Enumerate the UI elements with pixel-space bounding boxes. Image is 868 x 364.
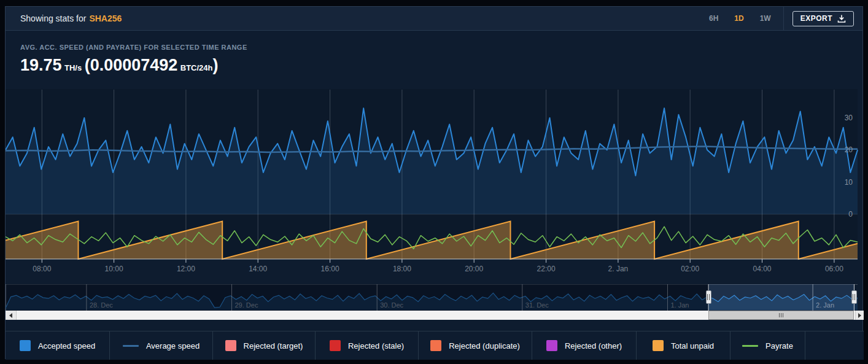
- payrate-value: 0.00007492: [90, 56, 178, 74]
- panel-header: Showing stats forSHA256 6H1D1W EXPORT: [6, 7, 862, 31]
- x-axis-label: 20:00: [465, 265, 483, 273]
- chart-legend: Accepted speedAverage speedRejected (tar…: [6, 331, 864, 360]
- speed-value: 19.75: [20, 56, 62, 74]
- legend-label: Rejected (duplicate): [449, 341, 520, 350]
- y-axis-label: 30: [845, 114, 853, 122]
- range-button-6h[interactable]: 6H: [709, 14, 718, 23]
- title-prefix: Showing stats for: [20, 14, 86, 23]
- x-axis-label: 2. Jan: [608, 265, 629, 273]
- scrollbar-right-arrow[interactable]: [855, 311, 864, 320]
- export-button[interactable]: EXPORT: [792, 11, 854, 26]
- y-axis-label: 0: [848, 210, 853, 219]
- y-axis-label: 20: [845, 145, 853, 154]
- navigator-mask-left: [6, 284, 708, 311]
- x-axis-label: 10:00: [105, 265, 123, 273]
- legend-square-swatch: [430, 340, 441, 351]
- legend-square-swatch: [20, 340, 31, 351]
- legend-square-swatch: [653, 340, 664, 351]
- main-chart-svg: 08:0010:0012:0014:0016:0018:0020:0022:00…: [6, 89, 864, 279]
- x-axis-label: 04:00: [753, 265, 771, 273]
- range-button-1w[interactable]: 1W: [760, 14, 771, 23]
- legend-square-swatch: [225, 340, 236, 351]
- legend-square-swatch: [330, 340, 341, 351]
- speed-unit: TH/s: [64, 63, 82, 72]
- navigator-svg: 28. Dec29. Dec30. Dec31. Dec1. Jan2. Jan: [6, 284, 864, 311]
- legend-label: Rejected (target): [244, 341, 303, 350]
- navigator-selected-range: [708, 284, 854, 311]
- download-icon: [837, 15, 846, 23]
- legend-item-payrate[interactable]: Payrate: [730, 331, 805, 360]
- legend-item-accepted-speed[interactable]: Accepted speed: [6, 331, 110, 360]
- legend-item-rejected-duplicate[interactable]: Rejected (duplicate): [419, 331, 532, 360]
- x-axis-label: 22:00: [537, 265, 556, 273]
- x-axis-label: 06:00: [825, 265, 843, 273]
- legend-line-swatch: [123, 345, 139, 347]
- legend-label: Rejected (other): [565, 341, 622, 350]
- scrollbar-left-arrow[interactable]: [6, 311, 17, 320]
- close-paren: ): [213, 56, 219, 74]
- navigator-chart[interactable]: 28. Dec29. Dec30. Dec31. Dec1. Jan2. Jan: [6, 284, 864, 311]
- legend-label: Accepted speed: [38, 341, 95, 350]
- scrollbar-thumb[interactable]: [708, 311, 854, 320]
- export-button-label: EXPORT: [800, 14, 832, 23]
- stats-caption: AVG. ACC. SPEED (AND PAYRATE) FOR SELECT…: [20, 44, 247, 51]
- algorithm-name: SHA256: [89, 14, 122, 23]
- legend-item-rejected-other[interactable]: Rejected (other): [532, 331, 637, 360]
- stats-value: 19.75 TH/s (0.00007492 BTC/24h): [20, 56, 247, 75]
- x-axis-label: 02:00: [681, 265, 699, 273]
- legend-item-total-unpaid[interactable]: Total unpaid: [637, 331, 730, 360]
- navigator-left-handle[interactable]: [706, 290, 711, 304]
- x-axis-label: 18:00: [393, 265, 411, 273]
- legend-empty-cell: [805, 331, 864, 360]
- legend-item-rejected-target[interactable]: Rejected (target): [213, 331, 316, 360]
- page-title: Showing stats forSHA256: [20, 14, 709, 23]
- main-chart-plot[interactable]: 08:0010:0012:0014:0016:0018:0020:0022:00…: [6, 89, 864, 279]
- chart-scrollbar-track[interactable]: [6, 311, 864, 320]
- legend-label: Total unpaid: [671, 341, 714, 350]
- navigator-right-handle[interactable]: [851, 290, 857, 304]
- right-arrow-icon: [858, 313, 861, 318]
- x-axis-label: 16:00: [321, 265, 339, 273]
- legend-label: Payrate: [765, 341, 793, 350]
- legend-item-average-speed[interactable]: Average speed: [110, 331, 213, 360]
- legend-line-swatch: [742, 345, 758, 347]
- legend-label: Rejected (stale): [348, 341, 404, 350]
- payrate-unit: BTC/24h: [180, 63, 213, 72]
- time-range-group: 6H1D1W: [709, 14, 771, 23]
- stats-summary: AVG. ACC. SPEED (AND PAYRATE) FOR SELECT…: [20, 44, 247, 75]
- x-axis-label: 12:00: [177, 265, 195, 273]
- legend-label: Average speed: [146, 341, 200, 350]
- x-axis-label: 08:00: [33, 265, 51, 273]
- open-paren: (: [85, 56, 90, 74]
- y-axis-label: 10: [845, 178, 853, 187]
- legend-square-swatch: [546, 340, 557, 351]
- legend-item-rejected-stale[interactable]: Rejected (stale): [316, 331, 419, 360]
- stats-panel: Showing stats forSHA256 6H1D1W EXPORT AV…: [5, 6, 863, 359]
- header-divider: [783, 7, 784, 30]
- left-arrow-icon: [9, 313, 12, 318]
- x-axis-label: 14:00: [249, 265, 267, 273]
- range-button-1d[interactable]: 1D: [734, 14, 743, 23]
